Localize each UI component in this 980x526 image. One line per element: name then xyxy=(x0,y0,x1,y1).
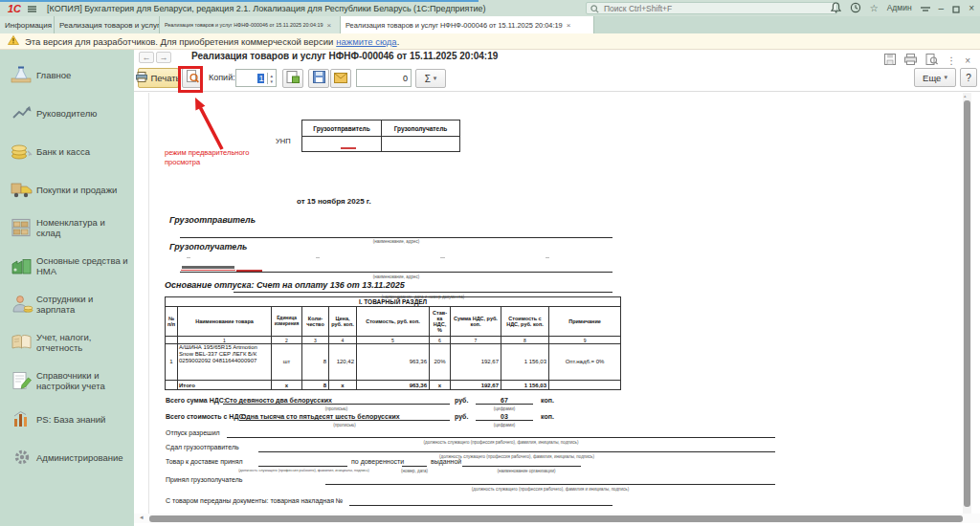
application-window: 1С [КОПИЯ] Бухгалтерия для Беларуси, ред… xyxy=(0,0,980,526)
tab-sales-document[interactable]: Реализация товаров и услуг НФНФ-000046 о… xyxy=(160,16,341,33)
horizontal-scroll-thumb[interactable] xyxy=(149,515,963,522)
tab-print-preview[interactable]: Реализация товаров и услуг НФНФ-000046 о… xyxy=(341,16,594,33)
goods-header-row: № п/п Наименование товара Единица измере… xyxy=(166,307,621,337)
page-setup-button[interactable] xyxy=(282,69,303,88)
copies-stepper[interactable]: 1 ▴▾ xyxy=(235,69,277,87)
search-input[interactable] xyxy=(602,3,833,14)
user-menu-icon[interactable] xyxy=(921,0,930,17)
consignee-label: Грузополучатель xyxy=(169,242,247,252)
vat-total-label: Всего сумма НДС: xyxy=(166,397,226,404)
sidebar-item-accounting-taxes[interactable]: Учет, налоги, отчетность xyxy=(0,323,134,362)
print-toolbar: Печать Копий: 1 ▴▾ 0 Σ▾ Еще▾ ? xyxy=(134,65,980,92)
main-menu-icon[interactable] xyxy=(27,0,37,17)
printer-icon xyxy=(136,72,147,84)
sidebar-item-nomenclature-warehouse[interactable]: Номенклатура и склад xyxy=(0,208,134,247)
search-icon xyxy=(590,0,599,17)
unp-grid: ГрузоотправительГрузополучатель xyxy=(301,120,460,152)
save-file-button[interactable] xyxy=(308,69,329,88)
forward-button[interactable]: → xyxy=(156,52,171,63)
sigma-icon: Σ xyxy=(425,74,431,84)
unp-label: УНП xyxy=(276,137,291,145)
handed-by-label: Сдал грузоотправитель xyxy=(166,444,239,450)
document-pencil-icon xyxy=(8,371,36,390)
scroll-up-icon[interactable]: ▴ xyxy=(964,93,967,99)
tab-sales-list[interactable]: Реализация товаров и услуг× xyxy=(55,16,160,33)
warehouse-rack-icon xyxy=(8,218,36,237)
sidebar-item-administration[interactable]: Администрирование xyxy=(0,438,134,476)
favorites-star-icon[interactable]: ☆ xyxy=(870,1,879,15)
sidebar-item-reference-settings[interactable]: Справочники и настройки учета xyxy=(0,362,134,400)
sidebar-item-fixed-assets[interactable]: Основные средства и НМА xyxy=(0,247,134,285)
goods-row: 1 А/ШИНА 195/65R15 Artmotion Snow BEL-33… xyxy=(166,344,621,381)
close-window-button[interactable]: × xyxy=(969,1,974,15)
received-by-label: Принял грузополучатель xyxy=(166,476,242,483)
counter-field[interactable]: 0 xyxy=(356,69,412,87)
maximize-button[interactable] xyxy=(952,0,960,17)
consignee-line xyxy=(180,259,612,273)
coins-icon xyxy=(8,142,36,161)
consignor-label: Грузоотправитель xyxy=(169,215,256,225)
buy-commercial-link[interactable]: нажмите сюда xyxy=(336,36,396,47)
sidebar-item-manager[interactable]: Руководителю xyxy=(0,94,134,132)
documents-transferred-label: С товаром переданы документы: товарная н… xyxy=(166,497,343,504)
stepper-arrows-icon[interactable]: ▴▾ xyxy=(267,73,273,84)
global-search[interactable] xyxy=(586,2,837,14)
flask-desk-icon xyxy=(8,65,36,84)
close-document-icon[interactable]: × xyxy=(965,55,970,66)
by-proxy-label: по доверенности xyxy=(351,458,404,465)
sum-button[interactable]: Σ▾ xyxy=(415,69,446,88)
goods-colnum-row: 1 2 3 4 5 6 7 8 9 xyxy=(166,337,621,344)
title-bar: 1С [КОПИЯ] Бухгалтерия для Беларуси, ред… xyxy=(0,0,980,16)
minimize-button[interactable]: – xyxy=(939,1,945,15)
warning-triangle-icon xyxy=(8,35,19,47)
help-button[interactable]: ? xyxy=(960,68,977,87)
1c-logo: 1С xyxy=(8,3,21,14)
more-button[interactable]: Еще▾ xyxy=(914,68,956,87)
sidebar-item-bank-cash[interactable]: Банк и касса xyxy=(0,132,134,170)
consignor-line xyxy=(180,225,612,238)
page-setup-icon xyxy=(286,70,300,87)
annotation-arrow xyxy=(184,94,232,151)
issued-label: выданной xyxy=(431,458,461,465)
sidebar-item-main[interactable]: Главное xyxy=(0,55,134,94)
page-left-edge xyxy=(148,93,149,514)
release-allowed-label: Отпуск разрешил xyxy=(166,429,220,436)
goods-total-row: Итого x 8 x 963,36 x 192,67 1 156,03 xyxy=(166,381,621,390)
annotation-highlight-rect xyxy=(178,66,203,93)
copies-value: 1 xyxy=(257,74,264,83)
close-tab-icon[interactable]: × xyxy=(567,21,571,30)
annotation-label: режим предварительного просмотра xyxy=(165,148,249,167)
truck-icon xyxy=(8,180,36,199)
copies-label: Копий: xyxy=(209,73,235,82)
vertical-scrollbar[interactable]: ▴ xyxy=(963,93,971,518)
back-button[interactable]: ← xyxy=(139,52,154,63)
user-name[interactable]: Админ xyxy=(887,1,912,15)
document-header: ← → Реализация товаров и услуг НФНФ-0000… xyxy=(134,50,980,65)
print-button[interactable]: Печать xyxy=(138,68,179,88)
horizontal-scrollbar[interactable]: ◂ xyxy=(134,514,980,523)
scroll-left-icon[interactable]: ◂ xyxy=(140,514,144,521)
doc-date: от 15 ноября 2025 г. xyxy=(297,197,371,206)
developer-version-warning: Эта версия для разработчиков. Для приобр… xyxy=(0,33,980,50)
tab-information[interactable]: Информация× xyxy=(0,16,55,33)
red-mark xyxy=(341,147,356,149)
more-dots-icon[interactable]: ⋮ xyxy=(947,55,956,66)
sections-sidebar: Главное Руководителю Банк и касса Покупк… xyxy=(0,50,134,526)
envelope-icon xyxy=(334,70,347,87)
factory-machine-icon xyxy=(8,256,36,275)
notifications-bell-icon[interactable] xyxy=(831,0,841,17)
close-tab-icon[interactable]: × xyxy=(326,21,331,30)
sidebar-item-employees-salary[interactable]: Сотрудники и зарплата xyxy=(0,285,134,323)
window-title: [КОПИЯ] Бухгалтерия для Беларуси, редакц… xyxy=(47,4,486,13)
send-email-button[interactable] xyxy=(330,69,351,88)
floppy-icon xyxy=(313,70,325,87)
sidebar-item-purchases-sales[interactable]: Покупки и продажи xyxy=(0,170,134,208)
vertical-scroll-thumb[interactable] xyxy=(964,100,970,507)
bar-chart-icon xyxy=(8,409,36,428)
trend-chart-icon xyxy=(8,104,36,121)
sidebar-item-knowledge-base[interactable]: PS: База знаний xyxy=(0,400,134,438)
page-title: Реализация товаров и услуг НФНФ-000046 о… xyxy=(191,51,498,61)
goods-section-title: I. ТОВАРНЫЙ РАЗДЕЛ xyxy=(166,297,621,307)
main-area: ← → Реализация товаров и услуг НФНФ-0000… xyxy=(134,50,980,526)
history-icon[interactable] xyxy=(850,0,861,17)
